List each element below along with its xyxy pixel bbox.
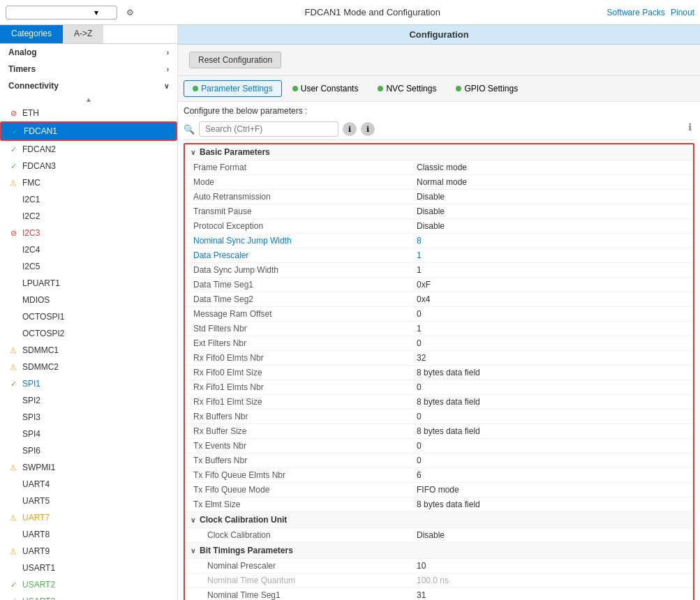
tab-user-constants[interactable]: User Constants (283, 80, 368, 97)
section-analog[interactable]: Analog › (0, 44, 177, 61)
sidebar-item-spi6[interactable]: SPI6 (0, 442, 177, 459)
sidebar-item-spi1[interactable]: ✓ SPI1 (0, 375, 177, 392)
param-name-rx-fifo1-elmts-nbr: Rx Fifo1 Elmts Nbr (193, 382, 417, 392)
search-box[interactable]: ▾ (6, 6, 117, 20)
param-name-nominal-time-seg1: Nominal Time Seg1 (193, 590, 417, 600)
sidebar-item-sdmmc2[interactable]: ⚠ SDMMC2 (0, 359, 177, 375)
sidebar-item-fdcan2[interactable]: ✓ FDCAN2 (0, 141, 177, 158)
tab-gpio-settings[interactable]: GPIO Settings (447, 80, 527, 97)
param-row-mode: Mode Normal mode (185, 175, 693, 190)
param-name-auto-retrans: Auto Retransmission (193, 192, 417, 202)
label-fdcan3: FDCAN3 (22, 161, 56, 171)
sidebar-item-octospi1[interactable]: OCTOSPI1 (0, 308, 177, 325)
sidebar-item-uart8[interactable]: UART8 (0, 526, 177, 543)
sidebar-item-uart5[interactable]: UART5 (0, 493, 177, 509)
sidebar-item-i2c4[interactable]: I2C4 (0, 241, 177, 258)
tab-categories[interactable]: Categories (0, 25, 63, 43)
sidebar-tabs: Categories A->Z (0, 25, 177, 44)
info-button-2[interactable]: ℹ (361, 122, 375, 136)
param-row-nominal-sync-jw: Nominal Sync Jump Width 8 (185, 234, 693, 248)
sidebar-item-swpmi1[interactable]: ⚠ SWPMI1 (0, 459, 177, 476)
software-packs-link[interactable]: Software Packs (607, 8, 665, 17)
info-icon-right[interactable]: ℹ (688, 121, 692, 133)
sidebar-item-spi2[interactable]: SPI2 (0, 392, 177, 409)
sidebar-item-uart7[interactable]: ⚠ UART7 (0, 509, 177, 526)
params-search-input[interactable] (199, 121, 338, 137)
icon-usart2: ✓ (8, 580, 18, 590)
tab-nmc-settings[interactable]: NVC Settings (368, 80, 445, 97)
tab-dot-param (193, 86, 198, 91)
sidebar-item-eth[interactable]: ⊘ ETH (0, 105, 177, 121)
label-fdcan1: FDCAN1 (24, 126, 57, 136)
label-spi3: SPI3 (22, 412, 40, 422)
sidebar-item-i2c3[interactable]: ⊘ I2C3 (0, 225, 177, 241)
param-name-data-time-seg1: Data Time Seg1 (193, 280, 417, 290)
param-value-ext-filters: 0 (417, 338, 685, 348)
search-input[interactable] (10, 8, 94, 17)
label-lpuart1: LPUART1 (22, 278, 60, 288)
section-connectivity[interactable]: Connectivity ∨ (0, 77, 177, 94)
pinout-link[interactable]: Pinout (671, 8, 694, 17)
scroll-up-arrow[interactable]: ▲ (0, 94, 177, 105)
param-name-std-filters: Std Filters Nbr (193, 324, 417, 333)
reset-config-button[interactable]: Reset Configuration (189, 52, 281, 68)
panel-tabs: Parameter Settings User Constants NVC Se… (178, 76, 700, 102)
section-bit-timings[interactable]: ∨ Bit Timings Parameters (185, 543, 693, 559)
sidebar-item-lpuart1[interactable]: LPUART1 (0, 275, 177, 292)
sidebar-item-i2c5[interactable]: I2C5 (0, 258, 177, 275)
param-value-clock-calibration: Disable (417, 530, 685, 540)
tab-dot-nmc (378, 86, 383, 91)
param-value-frame-format: Classic mode (417, 163, 685, 172)
sidebar-item-i2c1[interactable]: I2C1 (0, 191, 177, 208)
section-bit-label: Bit Timings Parameters (200, 546, 293, 555)
top-right-links: Software Packs Pinout (607, 8, 694, 17)
label-fmc: FMC (22, 178, 40, 188)
param-value-nominal-time-seg1: 31 (417, 590, 685, 600)
sidebar-item-usart3[interactable]: ✓ USART3 (0, 593, 177, 600)
icon-eth: ⊘ (8, 109, 18, 118)
sidebar-item-usart2[interactable]: ✓ USART2 (0, 576, 177, 593)
icon-sdmmc1: ⚠ (8, 346, 18, 355)
sidebar-item-octospi2[interactable]: OCTOSPI2 (0, 325, 177, 342)
param-name-clock-calibration: Clock Calibration (193, 530, 417, 540)
icon-fmc: ⚠ (8, 179, 18, 188)
section-timers[interactable]: Timers › (0, 61, 177, 77)
panel-header: Configuration (178, 25, 700, 45)
label-i2c3: I2C3 (22, 228, 40, 238)
sidebar-item-uart4[interactable]: UART4 (0, 476, 177, 493)
section-clock-calibration[interactable]: ∨ Clock Calibration Unit (185, 512, 693, 528)
sidebar-item-fdcan1[interactable]: ✓ FDCAN1 (0, 121, 177, 141)
content-area: Configure the below parameters : 🔍 ℹ ℹ ℹ (178, 102, 700, 600)
sidebar-item-spi4[interactable]: SPI4 (0, 426, 177, 442)
label-uart5: UART5 (22, 496, 50, 506)
sidebar-item-uart9[interactable]: ⚠ UART9 (0, 543, 177, 560)
gear-button[interactable]: ⚙ (121, 4, 138, 21)
param-name-rx-fifo0-elmt-size: Rx Fifo0 Elmt Size (193, 368, 417, 377)
param-value-nominal-time-quantum: 100.0 ns (417, 576, 685, 585)
sidebar-item-mdios[interactable]: MDIOS (0, 292, 177, 308)
sidebar-item-i2c2[interactable]: I2C2 (0, 208, 177, 225)
sidebar-item-fdcan3[interactable]: ✓ FDCAN3 (0, 158, 177, 174)
param-name-protocol-exception: Protocol Exception (193, 221, 417, 231)
param-value-protocol-exception: Disable (417, 221, 685, 231)
param-value-transmit-pause: Disable (417, 207, 685, 216)
section-connectivity-label: Connectivity (8, 81, 59, 91)
section-clock-label: Clock Calibration Unit (200, 515, 287, 525)
param-row-tx-elmt-size: Tx Elmt Size 8 bytes data field (185, 497, 693, 512)
icon-usart3: ✓ (8, 597, 18, 601)
label-uart4: UART4 (22, 479, 50, 489)
label-uart7: UART7 (22, 513, 50, 523)
sidebar-item-usart1[interactable]: USART1 (0, 560, 177, 576)
label-octospi1: OCTOSPI1 (22, 312, 64, 322)
param-value-data-prescaler: 1 (417, 250, 685, 260)
tab-parameter-settings[interactable]: Parameter Settings (184, 80, 282, 97)
sidebar-item-spi3[interactable]: SPI3 (0, 409, 177, 426)
icon-swpmi1: ⚠ (8, 463, 18, 472)
tab-atoz[interactable]: A->Z (63, 25, 103, 43)
param-name-tx-fifo-queue-mode: Tx Fifo Queue Mode (193, 485, 417, 495)
info-button-1[interactable]: ℹ (343, 122, 357, 136)
param-name-data-sync-jw: Data Sync Jump Width (193, 265, 417, 275)
section-basic-parameters[interactable]: ∨ Basic Parameters (185, 144, 693, 160)
sidebar-item-fmc[interactable]: ⚠ FMC (0, 174, 177, 191)
sidebar-item-sdmmc1[interactable]: ⚠ SDMMC1 (0, 342, 177, 359)
